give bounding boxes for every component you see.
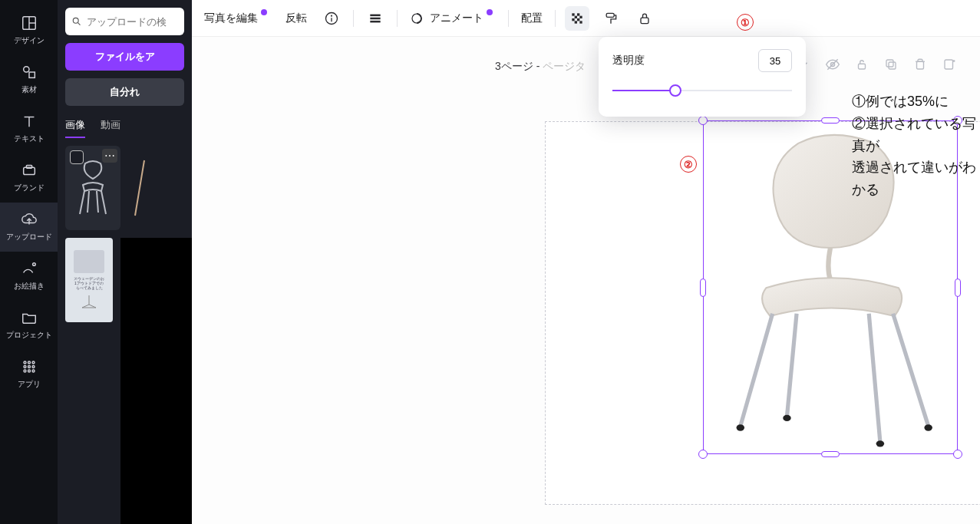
svg-line-60 [869, 314, 880, 442]
page-duplicate-button[interactable] [883, 57, 899, 72]
svg-rect-45 [579, 21, 582, 23]
upload-thumb-doc[interactable]: スウェーデンのお1アウトドアでのらべてみました [65, 238, 113, 322]
svg-rect-47 [641, 18, 648, 23]
thumb-checkbox[interactable] [70, 150, 84, 164]
tab-video[interactable]: 動画 [101, 118, 120, 138]
indicator-dot-icon [487, 9, 493, 15]
page-lock-button[interactable] [854, 57, 869, 72]
canvas[interactable]: 3ページ - ページタ ② ①例では35%に ②選択されている写真が 透過されて… [192, 37, 980, 524]
brand-icon [0, 161, 58, 180]
indicator-dot-icon [261, 9, 267, 15]
svg-point-14 [24, 366, 26, 368]
svg-rect-53 [917, 61, 924, 69]
record-button[interactable]: 自分れ [65, 78, 184, 106]
upload-thumb-stick[interactable] [128, 146, 151, 230]
svg-rect-50 [859, 64, 866, 69]
rail-draw[interactable]: お絵描き [0, 252, 58, 301]
resize-handle[interactable] [698, 450, 708, 459]
resize-handle[interactable] [955, 278, 961, 297]
svg-point-62 [924, 424, 932, 430]
resize-handle[interactable] [700, 278, 706, 297]
svg-point-11 [24, 361, 26, 364]
transparency-popover: 透明度 35 [599, 37, 806, 117]
svg-rect-41 [579, 15, 582, 18]
svg-rect-52 [886, 60, 893, 67]
page-hide-button[interactable] [825, 57, 840, 72]
resize-handle[interactable] [821, 451, 840, 457]
svg-point-20 [73, 18, 78, 23]
apps-icon [0, 358, 58, 376]
position-button[interactable]: 配置 [518, 12, 546, 25]
annotation-marker-1: ① [737, 14, 754, 31]
upload-tabs: 画像 動画 [65, 118, 184, 138]
svg-rect-8 [26, 166, 31, 169]
trash-icon [913, 58, 927, 71]
svg-line-22 [80, 191, 84, 214]
svg-rect-54 [945, 60, 953, 69]
animate-button[interactable]: アニメート [407, 12, 499, 25]
transparency-button[interactable] [565, 6, 589, 31]
transparency-label: 透明度 [612, 54, 645, 68]
page-add-button[interactable] [942, 57, 957, 72]
rail-brand[interactable]: ブランド [0, 153, 58, 203]
transparency-slider[interactable] [612, 83, 792, 98]
svg-line-30 [89, 305, 96, 308]
transparency-value-input[interactable]: 35 [758, 49, 792, 72]
lock-open-icon [855, 58, 869, 71]
resize-handle[interactable] [821, 117, 840, 124]
search-field[interactable] [87, 16, 178, 28]
rail-upload[interactable]: アップロード [0, 203, 58, 252]
left-rail: デザイン 素材 テキスト ブランド アップロード お絵描き プロジェクト アプリ [0, 0, 58, 524]
rail-apps[interactable]: アプリ [0, 350, 58, 399]
info-icon [324, 11, 339, 26]
page-delete-button[interactable] [912, 57, 928, 72]
svg-point-15 [28, 366, 30, 368]
list-button[interactable] [363, 6, 388, 31]
edit-photo-button[interactable]: 写真を編集 [201, 12, 273, 25]
svg-point-3 [23, 67, 28, 72]
flip-button[interactable]: 反転 [282, 12, 310, 25]
svg-point-63 [783, 415, 790, 421]
svg-line-29 [82, 305, 89, 308]
svg-point-13 [32, 361, 35, 364]
svg-line-58 [893, 314, 929, 427]
page-title[interactable]: 3ページ - ページタ [495, 60, 586, 74]
svg-rect-44 [575, 21, 577, 23]
rail-elements[interactable]: 素材 [0, 55, 58, 104]
resize-handle[interactable] [698, 116, 708, 125]
svg-line-26 [135, 160, 144, 216]
svg-point-10 [32, 263, 35, 266]
top-toolbar: 写真を編集 反転 アニメート 配置 [192, 0, 980, 37]
text-icon [0, 112, 58, 130]
cloud-upload-icon [0, 210, 58, 229]
style-button[interactable] [599, 6, 623, 31]
annotation-marker-2: ② [680, 156, 697, 173]
search-icon [71, 15, 82, 28]
svg-rect-46 [606, 13, 614, 17]
upload-files-button[interactable]: ファイルをア [65, 43, 184, 71]
thumb-menu[interactable]: ⋯ [102, 149, 117, 163]
draw-icon [0, 259, 58, 278]
svg-line-25 [97, 191, 98, 213]
info-button[interactable] [319, 6, 344, 31]
svg-rect-43 [577, 18, 579, 21]
svg-line-21 [78, 23, 81, 25]
svg-line-24 [87, 191, 89, 213]
shapes-icon [0, 63, 58, 81]
svg-rect-42 [572, 18, 574, 21]
upload-thumb-chair[interactable]: ⋯ [65, 146, 120, 230]
rail-design[interactable]: デザイン [0, 6, 58, 55]
search-input[interactable] [65, 8, 184, 35]
main-area: 写真を編集 反転 アニメート 配置 透明度 35 ① 3ページ - ページタ [192, 0, 980, 524]
rail-text[interactable]: テキスト [0, 104, 58, 153]
add-page-icon [942, 58, 956, 71]
svg-point-17 [24, 370, 26, 372]
resize-handle[interactable] [953, 450, 962, 459]
lock-button[interactable] [632, 6, 657, 31]
folder-icon [0, 308, 58, 327]
svg-line-57 [741, 314, 773, 427]
svg-rect-40 [575, 15, 577, 18]
tab-image[interactable]: 画像 [65, 118, 85, 138]
rail-projects[interactable]: プロジェクト [0, 301, 58, 350]
svg-line-59 [787, 314, 797, 417]
